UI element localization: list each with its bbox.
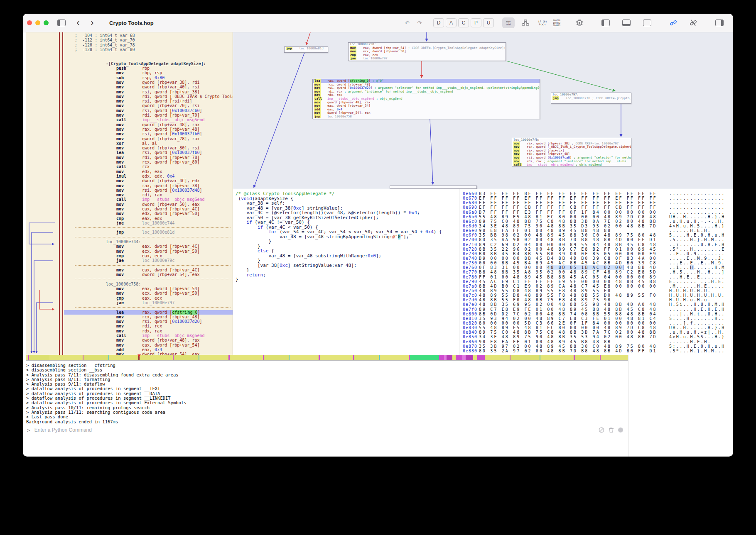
asm-instruction[interactable]: learax, qword [cfstring_0] — [26, 310, 233, 315]
pseudocode-line[interactable]: var_48 = [var_48 substringWithRange:0x0]… — [236, 254, 442, 259]
asm-instruction[interactable]: movrdi, qword [rbp+var_70] — [26, 113, 233, 117]
minimap-segment[interactable] — [462, 355, 466, 360]
graph-block[interactable] — [390, 186, 477, 189]
minimap-segment[interactable] — [230, 355, 263, 360]
asm-procedure-name[interactable]: -[Crypto_ToolsAppDelegate adaptKeySize]: — [26, 61, 233, 66]
minimap-segment[interactable] — [140, 355, 173, 360]
toggle-right-sidebar-button[interactable] — [713, 18, 726, 28]
asm-label[interactable]: loc_10000e758: — [26, 282, 233, 286]
pseudocode-line[interactable]: } — [236, 268, 442, 273]
asm-instruction[interactable]: movrbp, rsp — [26, 71, 233, 75]
minimap-segment[interactable] — [264, 355, 289, 360]
asm-instruction[interactable]: movrsi, qword [rbp+var_38] — [26, 90, 233, 94]
hex-row[interactable]: 0e6b055 48 89 E5 48 81 EC 80 00 00 00 48… — [459, 215, 733, 219]
asm-instruction[interactable]: movrcx, qword [rbp+var_48] — [26, 315, 233, 319]
redo-button[interactable]: ↷ — [414, 17, 425, 28]
asm-instruction[interactable]: callimp___stubs__objc_msgSend — [26, 333, 233, 338]
graph-mode-button[interactable] — [519, 18, 532, 28]
hex-row[interactable]: 0e84089 75 C0 48 8B 75 C8 48 8B 3D 7A 7C… — [459, 330, 733, 335]
python-command-input[interactable] — [34, 427, 599, 433]
asm-instruction[interactable]: movdword [rbp+var_50], eax — [26, 202, 233, 207]
minimize-window-button[interactable] — [35, 20, 40, 25]
hex-row[interactable]: 0e770B8 48 8B 35 A8 95 02 00 48 89 CF 48… — [459, 270, 733, 274]
minimap-segment[interactable] — [174, 355, 199, 360]
asm-instruction[interactable]: movecx, dword [rbp+var_50] — [26, 291, 233, 296]
split-left-layout-button[interactable] — [599, 18, 612, 28]
asm-instruction[interactable]: movqword [rbp+var_40], rsi — [26, 85, 233, 89]
hex-row[interactable]: 0e7c048 89 55 D8 48 89 55 F8 48 8B 55 D0… — [459, 293, 733, 298]
asm-instruction[interactable]: movqword [rbp+var_38], rdi — [26, 80, 233, 85]
asm-instruction[interactable]: movrdi, qword [rbp+var_78] — [26, 155, 233, 160]
pseudocode-mode-button[interactable]: if (b)f(x): — [536, 17, 549, 28]
graph-block[interactable]: loc_10000e797:jmploc_10000e7fb ; CODE XR… — [551, 93, 631, 104]
minimap-segment[interactable] — [320, 355, 353, 360]
hex-row[interactable]: 0e6c089 75 C0 48 8B 75 C8 48 8B 3D 0A 7E… — [459, 219, 733, 224]
single-layout-button[interactable] — [641, 18, 654, 28]
link-views-button[interactable] — [667, 18, 680, 28]
pseudocode-line[interactable]: return; — [236, 273, 442, 278]
pseudocode-line[interactable]: [var_38[0xc] setStringValue:var_48]; — [236, 263, 442, 268]
hex-mode-button[interactable]: 060718180372284403 — [550, 17, 563, 28]
asm-instruction[interactable]: moveax, dword [rbp+var_4C] — [26, 268, 233, 272]
hex-row[interactable]: 0e86090 E8 FA FE 01 00 48 89 45 B8 48 8B… — [459, 340, 733, 344]
asm-instruction[interactable]: movrsi, qword [0x100037d48] — [26, 188, 233, 193]
clear-console-icon[interactable] — [599, 427, 604, 433]
minimap-segment[interactable] — [575, 355, 600, 360]
minimap-segment[interactable] — [456, 355, 462, 360]
minimap-segment[interactable] — [29, 355, 49, 360]
asm-instruction[interactable]: cmpeax, ecx — [26, 254, 233, 258]
minimap-segment[interactable] — [477, 355, 485, 360]
cpu-button[interactable] — [573, 18, 586, 28]
asm-instruction[interactable]: jmploc_10000e81d — [26, 230, 233, 235]
hex-row[interactable]: 0e8808D 35 2A 97 02 00 48 8B 7D B8 48 8B… — [459, 349, 733, 353]
asm-instruction[interactable]: movrdx, rax — [26, 329, 233, 333]
asm-instruction[interactable]: cmpeax, ecx — [26, 296, 233, 300]
asm-instruction[interactable]: movdword [rbp+var_54], eax — [26, 352, 233, 355]
hex-row[interactable]: 0e75000 00 8B 45 B4 89 45 AC 8B 45 AC 8B… — [459, 261, 733, 265]
minimap-segment[interactable] — [439, 355, 444, 360]
asm-instruction[interactable]: movrsi, qword [0x100037cb0] — [26, 108, 233, 113]
hex-row[interactable]: 0e6e090 E8 FA FF 01 00 48 89 45 B8 48 8B… — [459, 228, 733, 233]
asm-comment[interactable]: ; -120 : int64_t var_78 — [26, 43, 233, 47]
hex-row[interactable]: 0e670EF FF FF FF EF FF FF FF EF FF FF FF… — [459, 196, 733, 200]
asm-instruction[interactable]: subrsp, 0x80 — [26, 76, 233, 80]
unlink-views-button[interactable] — [687, 18, 700, 28]
pseudocode-line[interactable]: } — [236, 239, 442, 244]
minimap-segment[interactable] — [290, 355, 319, 360]
graph-block[interactable]: jmploc_10000e81d — [284, 46, 328, 53]
close-window-button[interactable] — [27, 20, 32, 25]
asm-instruction[interactable]: learsi, qword [0x100037fb0] — [26, 150, 233, 155]
minimap-segment[interactable] — [473, 355, 477, 360]
asm-instruction[interactable]: movrcx, qword [rbp+var_80] — [26, 160, 233, 164]
back-button[interactable]: ‹ — [74, 18, 82, 28]
asm-instruction[interactable]: moveax, dword [rbp+var_4C] — [26, 244, 233, 249]
hex-row[interactable]: 0e7208B 35 22 96 02 00 48 89 C7 E8 B2 FF… — [459, 247, 733, 252]
hex-row[interactable]: 0e83055 48 89 E5 48 81 EC 80 00 00 00 48… — [459, 325, 733, 330]
asm-instruction[interactable]: movdword [rbp+var_4C], edx — [26, 178, 233, 183]
minimap-segment[interactable] — [601, 355, 628, 360]
minimap-segment[interactable] — [466, 355, 473, 360]
asm-instruction[interactable]: callrcx — [26, 164, 233, 169]
hex-pane[interactable]: 0e660B3 FF FF FF BF FF FF FF EF FF FF FF… — [459, 189, 733, 355]
asm-instruction[interactable]: callimp___stubs__objc_msgSend — [26, 197, 233, 202]
mode-button-d[interactable]: D — [433, 18, 444, 27]
hex-row[interactable]: 0e7f089 C7 E8 E9 FE 01 00 48 89 45 B8 48… — [459, 307, 733, 312]
asm-instruction[interactable]: movqword [rbp+var_78], rax — [26, 137, 233, 141]
asm-instruction[interactable]: movqword [rbp+var_48], rax — [26, 122, 233, 127]
asm-instruction[interactable]: movrdi, rax — [26, 193, 233, 197]
split-bottom-layout-button[interactable] — [620, 18, 633, 28]
minimap-segment[interactable] — [199, 355, 228, 360]
minimap-segment[interactable] — [540, 355, 574, 360]
minimap-segment[interactable] — [485, 355, 510, 360]
asm-instruction[interactable]: movedx, eax — [26, 169, 233, 174]
minimap-segment[interactable] — [49, 355, 83, 360]
graph-block[interactable]: learax, qword [cfstring_0] ; @"0"movrcx,… — [312, 79, 540, 119]
hex-row[interactable]: 0e7a08B 4D B0 C1 E9 02 89 CA 48 C7 45 E8… — [459, 284, 733, 288]
asm-instruction[interactable]: cmpeax, edx — [26, 216, 233, 221]
hex-row[interactable]: 0e8008B 0D D2 7C 02 00 48 8B 74 08 8B 55… — [459, 312, 733, 316]
minimap-segment[interactable] — [83, 355, 108, 360]
asm-instruction[interactable]: jaeloc_10000e797 — [26, 300, 233, 305]
asm-instruction[interactable]: movdword [rbp+var_54], eax — [26, 272, 233, 277]
hex-row[interactable]: 0e690EF FF FF FF CB FF FF FF CB FF FF FF… — [459, 205, 733, 210]
hex-row[interactable]: 0e7b048 89 55 D8 48 89 55 E8 48 89 55 E0… — [459, 288, 733, 293]
